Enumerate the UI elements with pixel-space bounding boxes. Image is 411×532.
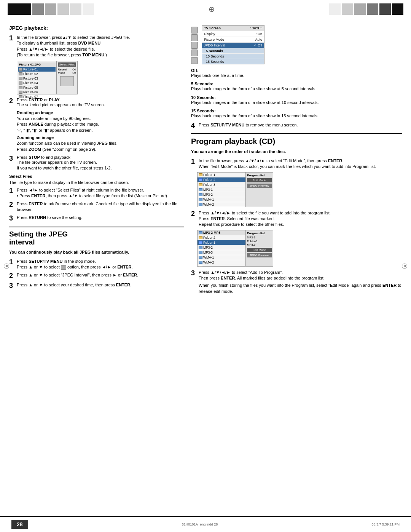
zooming-heading: Zooming an image: [17, 135, 184, 140]
interval-step1-text: Press SETUP/TV MENU in the stop mode.: [17, 259, 133, 264]
right-reg-mark: ⊕: [402, 264, 407, 269]
fifteen-sec-text: Plays back images in the form of a slide…: [191, 113, 402, 119]
jpeg-step-1: 1 In the file browser, press▲/▼ to selec…: [9, 35, 184, 58]
zooming-text: Zoom function also can be used in viewin…: [17, 141, 184, 146]
header-right-gray-1: [329, 3, 341, 15]
left-reg-mark: ⊕: [4, 264, 9, 269]
step1-sub1: To display a thumbnail list, press DVD M…: [17, 40, 130, 46]
step4-text: Press SETUP/TV MENU to remove the menu s…: [199, 122, 298, 130]
center-registration-mark: ⊕: [209, 5, 215, 14]
prog-step3-sub1: Then press ENTER. All marked files are a…: [199, 275, 402, 281]
zooming-section: Zooming an image Zoom function also can …: [17, 135, 184, 152]
step3-text: Press STOP to end playback.: [17, 155, 112, 160]
select-step3-text: Press RETURN to save the setting.: [17, 215, 82, 222]
rotating-sub: Press ANGLE during playback of the image…: [17, 121, 184, 127]
divider-2: [191, 133, 402, 134]
menu-row-display: Display: On: [202, 31, 264, 37]
header-gray-5: [83, 3, 94, 15]
file-browser-1: Folder-1 Folder-2 Folder-3 MP3-1 MP3-2 W…: [197, 172, 273, 207]
off-text: Plays back one file at a time.: [191, 73, 402, 78]
menu-row-picture: Picture ModeAuto: [202, 37, 264, 43]
header-gray-3: [57, 3, 69, 15]
step1-sub2: Press ▲/▼/◄/► to select the desired file…: [17, 46, 130, 52]
step3-content: Press STOP to end playback. The file bro…: [17, 155, 112, 171]
menu-row-interval: JPEG Interval✓ Off: [202, 43, 264, 48]
jpeg-menu-area: TV Screen: 16:9 □ Display: On Picture Mo…: [191, 25, 402, 64]
interval-step1-sub: Press ▲ or ▼ to select option, then pres…: [17, 264, 133, 270]
jpeg-thumbnail-mockup: Picture-01.JPG Picture-01 Picture-02 Pic…: [17, 61, 78, 94]
step3-sub2: If you want to watch the other file, rep…: [17, 165, 112, 171]
prog-step1-sub: When "Edit Mode" is black color, you can…: [199, 164, 376, 169]
menu-icons: [191, 27, 198, 64]
header-right-gray-3: [354, 3, 366, 15]
select-step-1: 1 Press ◄/► to select "Select Files" at …: [9, 187, 184, 199]
menu-row-15sec: 15 Seconds: [202, 59, 264, 64]
header-right-gray-2: [342, 3, 353, 15]
program-playback-heading: Program playback (CD): [191, 137, 402, 146]
select-files-section: Select Files The file type to make it di…: [9, 174, 184, 222]
jpeg-playback-heading: JPEG playback:: [9, 25, 184, 31]
menu-icon-1: [191, 27, 198, 34]
five-sec-section: 5 Seconds: Plays back images in the form…: [191, 81, 402, 92]
prog-step1-text: In the file browser, press ▲/▼/◄/► to se…: [199, 158, 376, 164]
five-sec-heading: 5 Seconds:: [191, 81, 402, 86]
ten-sec-section: 10 Seconds: Plays back images in the for…: [191, 95, 402, 105]
jpeg-interval-bold: You can continuously play back all JPEG …: [9, 249, 184, 255]
ten-sec-heading: 10 Seconds:: [191, 95, 402, 100]
interval-step2-text: Press ▲ or ▼ to select "JPEG Interval", …: [17, 272, 138, 280]
prog-step-1: 1 In the file browser, press ▲/▼/◄/► to …: [191, 158, 402, 170]
select-step2-text: Press ENTER to add/remove check mark. Ch…: [17, 201, 184, 213]
fifteen-sec-section: 15 Seconds: Plays back images in the for…: [191, 109, 402, 119]
prog-step2-text: Press ▲/▼/◄/► to select the file you wan…: [199, 210, 331, 216]
step2-content: Press ENTER or PLAY. The selected pictur…: [17, 97, 105, 108]
step1-num: 1: [9, 35, 14, 58]
program-bold: You can arrange the order of tracks on t…: [191, 149, 402, 155]
menu-icon-4: [191, 50, 198, 56]
menu-row-5sec: 5 Seconds: [202, 48, 264, 54]
prog-step3-sub2: When you finish storing the files you wa…: [199, 283, 402, 294]
footer-date-ref: 08.3.7 5:39:21 PM: [371, 522, 400, 526]
rotating-heading: Rotating an image: [17, 110, 184, 115]
step2-num: 2: [9, 97, 14, 108]
interval-step3-text: Press ▲ or ▼ to select your desired time…: [17, 282, 131, 290]
menu-icon-3: [191, 42, 198, 49]
footer-bar: 28 51H0101A_eng.indd 28 08.3.7 5:39:21 P…: [0, 516, 411, 532]
interval-step-3: 3 Press ▲ or ▼ to select your desired ti…: [9, 282, 184, 290]
step3-sub: The file browser appears on the TV scree…: [17, 160, 112, 165]
step-4: 4 Press SETUP/TV MENU to remove the menu…: [191, 122, 402, 130]
step2-text: Press ENTER or PLAY.: [17, 97, 105, 102]
right-column: TV Screen: 16:9 □ Display: On Picture Mo…: [191, 25, 402, 512]
page-number: 28: [11, 520, 28, 529]
menu-icon-5: [191, 57, 198, 64]
select-files-text: The file type to make it display in the …: [9, 180, 184, 185]
prog-step3-text: Press ▲/▼/◄/► to select "Add To Program"…: [199, 270, 402, 275]
step3-num: 3: [9, 155, 14, 171]
select-step-3: 3 Press RETURN to save the setting.: [9, 215, 184, 222]
header-gray-4: [70, 3, 81, 15]
header-right-dark-1: [379, 3, 391, 15]
menu-icon-2: [191, 34, 198, 41]
select-step1-sub: • Press ENTER, then press ▲/▼ to select …: [17, 193, 168, 199]
rotating-sub2: "-", " ▮", "▮" or "▮" appears on the scr…: [17, 128, 184, 133]
menu-row-tv: TV Screen: 16:9 □: [202, 26, 264, 31]
jpeg-interval-heading: Setting the JPEGinterval: [9, 230, 184, 246]
header-right-black: [392, 3, 403, 15]
select-files-heading: Select Files: [9, 174, 184, 179]
menu-row-10sec: 10 Seconds: [202, 54, 264, 59]
select-step-2: 2 Press ENTER to add/remove check mark. …: [9, 201, 184, 213]
prog-step-3: 3 Press ▲/▼/◄/► to select "Add To Progra…: [191, 270, 402, 295]
zooming-sub: Press ZOOM (See "Zooming" on page 29).: [17, 147, 184, 152]
off-section: Off: Plays back one file at a time.: [191, 68, 402, 78]
jpeg-step-2: 2 Press ENTER or PLAY. The selected pict…: [9, 97, 184, 108]
header-gray-1: [32, 3, 44, 15]
left-column: JPEG playback: 1 In the file browser, pr…: [9, 25, 184, 512]
five-sec-text: Plays back images in the form of a slide…: [191, 86, 402, 92]
divider-1: [9, 227, 184, 227]
off-heading: Off:: [191, 68, 402, 73]
jpeg-interval-menu: TV Screen: 16:9 □ Display: On Picture Mo…: [202, 25, 264, 64]
prog-step2-sub2: Repeat this procedure to select the othe…: [199, 222, 331, 227]
prog-step-2: 2 Press ▲/▼/◄/► to select the file you w…: [191, 210, 402, 228]
step2-sub: The selected picture appears on the TV s…: [17, 102, 105, 108]
header-gray-2: [45, 3, 56, 15]
header-black-block: [8, 3, 31, 15]
